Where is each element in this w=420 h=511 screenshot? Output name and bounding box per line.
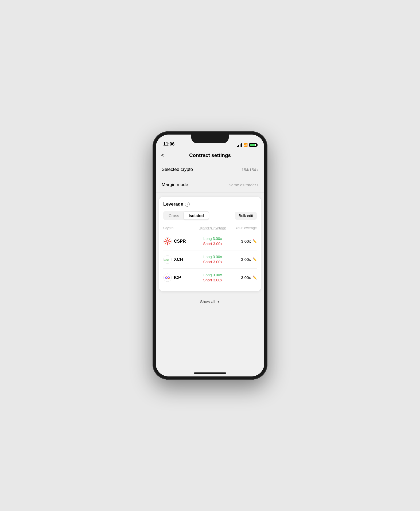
info-icon[interactable]: i <box>185 202 190 207</box>
icp-short: Short 3.00x <box>203 278 222 282</box>
leverage-title-row: Leverage i <box>163 202 190 207</box>
xch-symbol: XCH <box>174 257 183 262</box>
chevron-right-icon: › <box>257 183 258 187</box>
col-header-crypto: Crypto <box>163 226 193 230</box>
margin-mode-value: Same as trader › <box>229 183 258 187</box>
tab-cross[interactable]: Cross <box>164 212 184 219</box>
xch-trader-leverage: Long 3.00x Short 3.00x <box>193 255 233 264</box>
xch-your-leverage: 3.00x ✏️ <box>233 257 257 262</box>
leverage-card: Leverage i Cross Isolated Bulk edit <box>159 197 261 291</box>
icp-your-leverage: 3.00x ✏️ <box>233 275 257 280</box>
icp-trader-leverage: Long 3.00x Short 3.00x <box>193 273 233 282</box>
margin-mode-row[interactable]: Margin mode Same as trader › <box>156 177 264 192</box>
cspr-long: Long 3.00x <box>203 237 222 241</box>
xch-long: Long 3.00x <box>203 255 222 259</box>
home-indicator <box>194 372 226 374</box>
signal-icon <box>237 143 242 147</box>
cspr-your-val: 3.00x <box>241 239 251 243</box>
battery-icon <box>249 143 257 147</box>
selected-crypto-row[interactable]: Selected crypto 154/154 › <box>156 162 264 177</box>
cspr-your-leverage: 3.00x ✏️ <box>233 239 257 243</box>
tab-isolated[interactable]: Isolated <box>184 212 209 219</box>
crypto-info-icp: ICP <box>163 273 193 282</box>
leverage-header: Leverage i <box>163 202 257 207</box>
col-header-your: Your leverage <box>233 226 257 230</box>
back-button[interactable]: < <box>161 152 171 158</box>
icp-logo-icon <box>163 273 172 282</box>
page-title: Contract settings <box>189 152 231 158</box>
status-icons: 📶 <box>237 143 257 147</box>
leverage-title: Leverage <box>163 202 183 207</box>
icp-long: Long 3.00x <box>203 273 222 277</box>
tab-switcher: Cross Isolated <box>163 211 209 220</box>
table-row: CSPR Long 3.00x Short 3.00x 3.00x ✏️ <box>163 232 257 250</box>
icp-your-val: 3.00x <box>241 275 251 280</box>
xch-edit-icon[interactable]: ✏️ <box>252 257 257 261</box>
show-all-row[interactable]: Show all ▼ <box>156 296 264 308</box>
cspr-symbol: CSPR <box>174 239 186 244</box>
cspr-short: Short 3.00x <box>203 242 222 246</box>
show-all-label: Show all <box>200 299 215 304</box>
selected-crypto-value: 154/154 › <box>242 167 258 172</box>
xch-your-val: 3.00x <box>241 257 251 262</box>
cspr-trader-leverage: Long 3.00x Short 3.00x <box>193 237 233 246</box>
chevron-down-icon: ▼ <box>217 300 220 304</box>
table-row: chia XCH Long 3.00x Short 3.00x 3.00x ✏️ <box>163 250 257 269</box>
notch <box>191 135 229 143</box>
margin-mode-label: Margin mode <box>162 182 188 187</box>
wifi-icon: 📶 <box>243 143 248 147</box>
cspr-logo-icon <box>163 237 172 246</box>
icp-edit-icon[interactable]: ✏️ <box>252 276 257 280</box>
svg-text:chia: chia <box>164 259 169 261</box>
bulk-edit-button[interactable]: Bulk edit <box>235 212 257 220</box>
crypto-info-xch: chia XCH <box>163 255 193 264</box>
selected-crypto-label: Selected crypto <box>162 167 193 172</box>
table-row: ICP Long 3.00x Short 3.00x 3.00x ✏️ <box>163 269 257 286</box>
table-header: Crypto Trader's leverage Your leverage <box>163 224 257 232</box>
xch-logo-icon: chia <box>163 255 172 264</box>
phone-frame: 11:06 📶 < Contract setti <box>153 131 267 380</box>
page-header: < Contract settings <box>156 148 264 162</box>
chevron-right-icon: › <box>257 167 258 172</box>
phone-screen: 11:06 📶 < Contract setti <box>156 135 264 376</box>
status-time: 11:06 <box>163 141 174 147</box>
crypto-info-cspr: CSPR <box>163 237 193 246</box>
icp-symbol: ICP <box>174 275 181 280</box>
xch-short: Short 3.00x <box>203 260 222 264</box>
cspr-edit-icon[interactable]: ✏️ <box>252 239 257 243</box>
col-header-trader: Trader's leverage <box>193 226 233 230</box>
